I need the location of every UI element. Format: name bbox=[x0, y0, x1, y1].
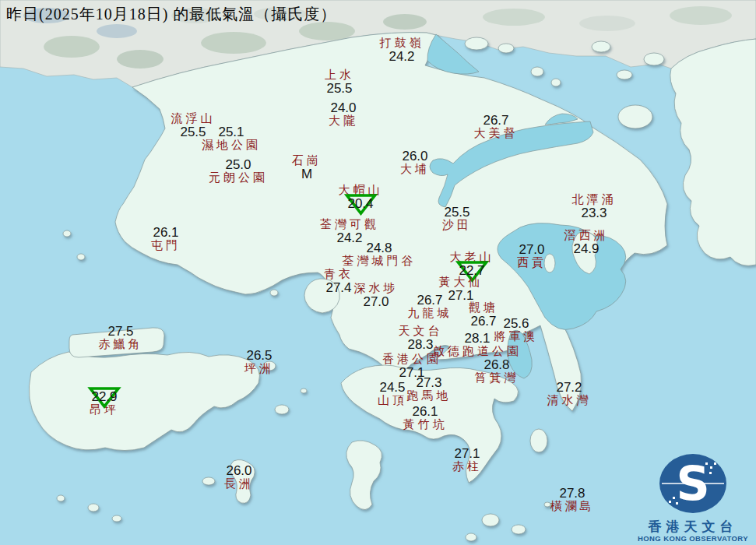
station-label: 北潭涌23.3 bbox=[572, 193, 617, 220]
station-label: 27.1赤柱 bbox=[452, 447, 482, 473]
station-temperature: 26.0 bbox=[400, 149, 430, 163]
station-label: 27.0西貢 bbox=[517, 243, 547, 269]
station-name: 滘西洲 bbox=[564, 229, 609, 242]
station-temperature: 26.7 bbox=[408, 294, 452, 307]
station-name: 大隴 bbox=[329, 114, 358, 128]
station-label: 上水25.5 bbox=[325, 69, 354, 95]
station-name: 屯門 bbox=[151, 239, 181, 252]
weather-map-page: 昨日(2025年10月18日) 的最低氣溫（攝氏度） 打鼓嶺24.2上水25.5… bbox=[0, 0, 756, 545]
station-label: 24.5山頂 bbox=[378, 381, 407, 407]
station-name: 香港公園 bbox=[382, 353, 441, 366]
station-name: 北潭涌 bbox=[572, 193, 617, 206]
station-name: 西貢 bbox=[517, 256, 547, 269]
svg-text:S: S bbox=[676, 456, 709, 511]
station-temperature: 25.1 bbox=[202, 125, 261, 139]
station-name: 黃大仙 bbox=[439, 276, 483, 289]
hko-logo-icon: S bbox=[646, 453, 740, 515]
station-label: 27.3跑馬地 bbox=[407, 376, 452, 403]
hko-logo-english: HONG KONG OBSERVATORY bbox=[636, 534, 750, 543]
station-name: 上水 bbox=[325, 69, 354, 82]
station-temperature: 27.2 bbox=[547, 381, 592, 394]
station-name: 大埔 bbox=[400, 163, 430, 176]
station-name: 跑馬地 bbox=[407, 389, 452, 403]
station-name: 長洲 bbox=[224, 477, 254, 490]
station-name: 赤鱲角 bbox=[99, 338, 143, 351]
station-name: 流浮山 bbox=[171, 112, 216, 125]
station-name: 荃灣可觀 bbox=[320, 218, 379, 231]
station-label: 28.1啟德跑道公園 bbox=[433, 332, 522, 358]
station-name: 筲箕灣 bbox=[475, 371, 519, 385]
station-name: 赤柱 bbox=[452, 460, 482, 473]
station-temperature: 26.0 bbox=[224, 464, 254, 477]
station-name: 沙田 bbox=[442, 219, 472, 232]
station-temperature: 25.5 bbox=[442, 206, 472, 219]
station-label: 27.8橫瀾島 bbox=[550, 487, 595, 513]
station-name: 清水灣 bbox=[547, 394, 592, 407]
station-temperature: 26.1 bbox=[403, 405, 448, 418]
station-label: 深水埗27.0 bbox=[354, 282, 399, 308]
station-temperature: 20.4 bbox=[339, 197, 383, 210]
station-name: 青衣 bbox=[324, 268, 353, 281]
station-name: 深水埗 bbox=[354, 282, 399, 295]
station-label: 27.2清水灣 bbox=[547, 381, 592, 407]
station-name: 打鼓嶺 bbox=[380, 37, 424, 50]
station-label: 大帽山20.4 bbox=[339, 184, 383, 210]
station-name: 濕地公園 bbox=[202, 139, 261, 152]
station-temperature: 24.8 bbox=[343, 241, 417, 255]
station-temperature: 27.8 bbox=[550, 487, 595, 500]
station-label: 26.7大美督 bbox=[474, 114, 519, 140]
station-label: 26.1屯門 bbox=[151, 226, 181, 252]
station-name: 啟德跑道公園 bbox=[433, 345, 522, 358]
station-label: 25.5沙田 bbox=[442, 206, 472, 232]
station-temperature: 24.9 bbox=[564, 242, 609, 255]
station-temperature: 24.0 bbox=[329, 101, 358, 114]
station-label: 24.8荃灣城門谷 bbox=[343, 241, 417, 268]
station-temperature: 27.4 bbox=[324, 281, 353, 294]
station-name: 荃灣城門谷 bbox=[343, 255, 417, 268]
station-temperature: 25.6 bbox=[494, 317, 539, 330]
station-label: 26.0大埔 bbox=[400, 149, 430, 176]
station-label: 25.0元朗公園 bbox=[209, 158, 268, 185]
station-temperature: 27.0 bbox=[354, 295, 399, 308]
station-temperature: 24.5 bbox=[378, 381, 407, 394]
station-label: 打鼓嶺24.2 bbox=[380, 37, 424, 63]
station-label: 26.7九龍城 bbox=[408, 294, 452, 320]
station-label: 27.5赤鱲角 bbox=[99, 325, 143, 351]
station-temperature: 25.5 bbox=[325, 82, 354, 95]
station-label: 滘西洲24.9 bbox=[564, 229, 609, 255]
station-temperature: 27.5 bbox=[99, 325, 143, 338]
station-label: 大老山22.7 bbox=[450, 251, 494, 277]
station-label: 石崗M bbox=[292, 154, 322, 181]
station-temperature: 26.8 bbox=[475, 358, 519, 371]
station-temperature: 27.3 bbox=[407, 376, 452, 389]
station-name: 大美督 bbox=[474, 127, 519, 140]
station-label: 26.5坪洲 bbox=[244, 349, 274, 375]
station-label: 26.1黃竹坑 bbox=[403, 405, 448, 431]
station-name: 黃竹坑 bbox=[403, 418, 448, 431]
station-name: 橫瀾島 bbox=[550, 500, 595, 513]
station-label: 26.8筲箕灣 bbox=[475, 358, 519, 385]
station-temperature: 27.0 bbox=[517, 243, 547, 256]
station-name: 元朗公園 bbox=[209, 171, 268, 185]
station-temperature: 27.1 bbox=[452, 447, 482, 460]
station-label: 青衣27.4 bbox=[324, 268, 353, 294]
station-label: 25.1濕地公園 bbox=[202, 125, 261, 152]
station-name: 九龍城 bbox=[408, 307, 452, 320]
station-temperature: 24.2 bbox=[380, 50, 424, 63]
station-temperature: 28.1 bbox=[433, 332, 522, 345]
station-temperature: 22.9 bbox=[90, 390, 119, 403]
hko-logo: S 香港天文台 HONG KONG OBSERVATORY bbox=[636, 453, 750, 543]
station-temperature: 26.5 bbox=[244, 349, 274, 362]
station-temperature: M bbox=[292, 167, 322, 181]
station-temperature: 26.1 bbox=[151, 226, 181, 239]
station-name: 石崗 bbox=[292, 154, 322, 167]
station-temperature: 23.3 bbox=[572, 206, 617, 220]
hko-logo-chinese: 香港天文台 bbox=[636, 520, 750, 534]
station-name: 觀塘 bbox=[469, 301, 498, 315]
station-temperature: 25.0 bbox=[209, 158, 268, 171]
station-name: 坪洲 bbox=[244, 362, 274, 375]
station-temperature: 26.7 bbox=[474, 114, 519, 127]
station-label: 22.9昂坪 bbox=[90, 390, 119, 417]
station-label: 26.0長洲 bbox=[224, 464, 254, 490]
station-label: 24.0大隴 bbox=[329, 101, 358, 128]
